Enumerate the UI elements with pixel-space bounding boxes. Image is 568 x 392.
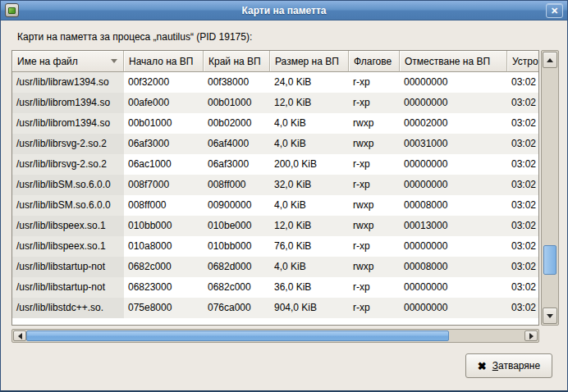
table-cell: 12,0 KiB bbox=[270, 216, 349, 236]
table-cell: 00000000 bbox=[400, 277, 507, 298]
table-row[interactable]: /usr/lib/libSM.so.6.0.0008ff000009000004… bbox=[12, 195, 539, 216]
table-cell: 076ca000 bbox=[204, 298, 270, 318]
table-cell: 03:02 bbox=[507, 236, 539, 257]
table-row[interactable]: /usr/lib/libspeex.so.1010bb000010be00012… bbox=[12, 216, 539, 236]
table-cell: 06ac1000 bbox=[124, 154, 204, 175]
column-header-label: Размер на ВП bbox=[275, 56, 339, 67]
column-header-label: Флагове bbox=[354, 56, 392, 67]
table-cell: 00008000 bbox=[400, 257, 507, 277]
table-cell: /usr/lib/libstartup-not bbox=[12, 277, 124, 298]
table-cell: /usr/lib/libstartup-not bbox=[12, 257, 124, 277]
table-cell: /usr/lib/librom1394.so bbox=[12, 113, 124, 134]
table-cell: 06af3000 bbox=[124, 134, 204, 154]
table-cell: 4,0 KiB bbox=[270, 113, 349, 134]
table-cell: 00000000 bbox=[400, 154, 507, 175]
table-cell: 06af3000 bbox=[204, 154, 270, 175]
table-cell: 00900000 bbox=[204, 195, 270, 216]
table-row[interactable]: /usr/lib/libstartup-not068230000682c0003… bbox=[12, 277, 539, 298]
table-row[interactable]: /usr/lib/librsvg-2.so.206ac100006af30002… bbox=[12, 154, 539, 175]
table-cell: 00b02000 bbox=[204, 113, 270, 134]
horizontal-scrollbar[interactable] bbox=[11, 329, 539, 343]
table-cell: r-xp bbox=[349, 72, 400, 93]
table-cell: /usr/lib/libstdc++.so. bbox=[12, 298, 124, 318]
table-cell: /usr/lib/librom1394.so bbox=[12, 93, 124, 113]
column-header[interactable]: Размер на ВП bbox=[270, 51, 349, 72]
table-row[interactable]: /usr/lib/librom1394.so00afe00000b0100012… bbox=[12, 93, 539, 113]
memory-maps-table: Име на файлНачало на ВПКрай на ВПРазмер … bbox=[11, 50, 539, 326]
table-cell: /usr/lib/libSM.so.6.0.0 bbox=[12, 195, 124, 216]
column-header[interactable]: Начало на ВП bbox=[124, 51, 204, 72]
table-cell: 24,0 KiB bbox=[270, 72, 349, 93]
arrow-up-icon bbox=[547, 58, 553, 62]
table-cell: /usr/lib/libraw1394.so bbox=[12, 72, 124, 93]
scroll-down-button[interactable] bbox=[543, 308, 557, 324]
table-cell: 03:02 bbox=[507, 93, 539, 113]
table-cell: rwxp bbox=[349, 134, 400, 154]
close-window-button[interactable]: ✕ bbox=[546, 3, 563, 18]
table-cell: 010bb000 bbox=[124, 216, 204, 236]
column-header-label: Отместване на ВП bbox=[405, 56, 490, 67]
table-cell: 00b01000 bbox=[204, 93, 270, 113]
table-row[interactable]: /usr/lib/librom1394.so00b0100000b020004,… bbox=[12, 113, 539, 134]
table-cell: 03:02 bbox=[507, 134, 539, 154]
window-title: Карти на паметта bbox=[1, 5, 567, 16]
table-cell: 03:02 bbox=[507, 216, 539, 236]
table-cell: 03:02 bbox=[507, 175, 539, 195]
table-cell: 00afe000 bbox=[124, 93, 204, 113]
scroll-up-button[interactable] bbox=[543, 52, 557, 68]
titlebar[interactable]: Карти на паметта ✕ bbox=[1, 1, 567, 21]
table-cell: 06af4000 bbox=[204, 134, 270, 154]
process-description-label: Карти на паметта за процеса „nautilus“ (… bbox=[17, 31, 252, 43]
table-cell: 00000000 bbox=[400, 298, 507, 318]
table-body: /usr/lib/libraw1394.so00f3200000f3800024… bbox=[12, 72, 539, 318]
column-header-label: Край на ВП bbox=[208, 56, 261, 67]
table-cell: r-xp bbox=[349, 277, 400, 298]
table-cell: 03:02 bbox=[507, 298, 539, 318]
vertical-scrollbar[interactable] bbox=[541, 50, 559, 326]
table-row[interactable]: /usr/lib/libstdc++.so.075e8000076ca00090… bbox=[12, 298, 539, 318]
table-cell: 904,0 KiB bbox=[270, 298, 349, 318]
table-cell: 010be000 bbox=[204, 216, 270, 236]
table-cell: 03:02 bbox=[507, 277, 539, 298]
arrow-left-icon bbox=[18, 333, 22, 340]
arrow-down-icon bbox=[547, 314, 553, 318]
table-cell: 03:02 bbox=[507, 257, 539, 277]
table-row[interactable]: /usr/lib/libspeex.so.1010a8000010bb00076… bbox=[12, 236, 539, 257]
table-cell: rwxp bbox=[349, 216, 400, 236]
vertical-scrollbar-thumb[interactable] bbox=[543, 245, 557, 275]
table-row[interactable]: /usr/lib/libraw1394.so00f3200000f3800024… bbox=[12, 72, 539, 93]
column-header[interactable]: Отместване на ВП bbox=[400, 51, 507, 72]
table-cell: 03:02 bbox=[507, 113, 539, 134]
table-cell: 00000000 bbox=[400, 72, 507, 93]
close-dialog-button[interactable]: ✖ Затваряне bbox=[465, 353, 552, 378]
table-cell: 010bb000 bbox=[204, 236, 270, 257]
close-x-icon: ✖ bbox=[478, 360, 487, 372]
table-cell: 00000000 bbox=[400, 236, 507, 257]
column-header[interactable]: Флагове bbox=[349, 51, 400, 72]
table-cell: /usr/lib/libSM.so.6.0.0 bbox=[12, 175, 124, 195]
table-cell: 4,0 KiB bbox=[270, 134, 349, 154]
column-header-label: Устройство bbox=[512, 56, 539, 67]
table-cell: 200,0 KiB bbox=[270, 154, 349, 175]
column-header[interactable]: Край на ВП bbox=[204, 51, 270, 72]
table-cell: 4,0 KiB bbox=[270, 257, 349, 277]
column-header[interactable]: Устройство bbox=[507, 51, 539, 72]
table-cell: 0682c000 bbox=[204, 277, 270, 298]
monitor-screen-icon bbox=[8, 7, 16, 14]
window-icon bbox=[5, 3, 19, 17]
table-cell: r-xp bbox=[349, 93, 400, 113]
horizontal-scrollbar-thumb[interactable] bbox=[26, 330, 449, 341]
scroll-right-button[interactable] bbox=[524, 330, 538, 341]
scroll-left-button[interactable] bbox=[13, 330, 26, 341]
table-cell: 00002000 bbox=[400, 113, 507, 134]
table-cell: 00013000 bbox=[400, 216, 507, 236]
close-icon: ✕ bbox=[551, 6, 558, 16]
table-cell: 32,0 KiB bbox=[270, 175, 349, 195]
column-header[interactable]: Име на файл bbox=[12, 51, 124, 72]
table-cell: 12,0 KiB bbox=[270, 93, 349, 113]
table-row[interactable]: /usr/lib/libstartup-not0682c0000682d0004… bbox=[12, 257, 539, 277]
table-cell: 06823000 bbox=[124, 277, 204, 298]
table-row[interactable]: /usr/lib/libSM.so.6.0.0008f7000008ff0003… bbox=[12, 175, 539, 195]
table-cell: 0682d000 bbox=[204, 257, 270, 277]
table-row[interactable]: /usr/lib/librsvg-2.so.206af300006af40004… bbox=[12, 134, 539, 154]
